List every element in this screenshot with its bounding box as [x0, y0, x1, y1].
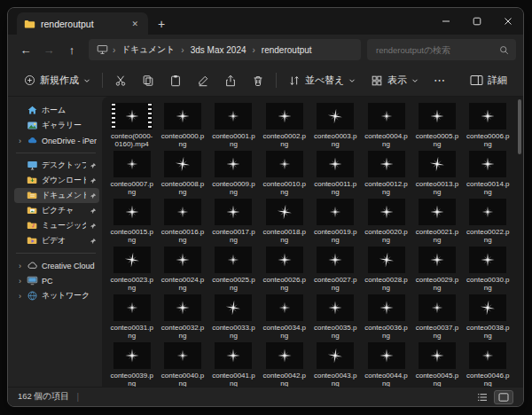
- file-item[interactable]: conteo0020.png: [362, 199, 411, 238]
- details-pane-button[interactable]: 詳細: [466, 72, 511, 90]
- chevron-right-icon[interactable]: ›: [17, 277, 23, 286]
- file-item[interactable]: conteo0031.png: [107, 294, 156, 333]
- file-item[interactable]: conteo0025.png: [209, 247, 258, 286]
- close-button[interactable]: [492, 8, 523, 34]
- file-item[interactable]: conteo(0000-0160).mp4: [107, 103, 156, 142]
- cut-button[interactable]: [111, 72, 130, 90]
- maximize-button[interactable]: [461, 8, 492, 34]
- file-item[interactable]: conteo0041.png: [209, 342, 258, 381]
- file-item[interactable]: conteo0024.png: [158, 247, 207, 286]
- file-item[interactable]: conteo0036.png: [362, 294, 411, 333]
- file-item[interactable]: conteo0012.png: [362, 151, 411, 190]
- file-item[interactable]: conteo0014.png: [464, 151, 512, 190]
- file-item[interactable]: conteo0017.png: [209, 199, 258, 238]
- sidebar-item-pc[interactable]: › PC: [14, 273, 99, 288]
- file-item[interactable]: conteo0000.png: [158, 103, 207, 142]
- file-item[interactable]: conteo0023.png: [107, 247, 156, 286]
- navigation-bar: ← → ↑ › ドキュメント › 3ds Max 2024 › renderou…: [8, 35, 523, 65]
- file-item[interactable]: conteo0043.png: [311, 342, 360, 381]
- sidebar-item-music[interactable]: › ミュージック: [14, 218, 99, 233]
- new-button[interactable]: 新規作成: [20, 72, 94, 90]
- pin-icon: [90, 177, 97, 184]
- file-item[interactable]: conteo0046.png: [464, 342, 512, 381]
- file-item[interactable]: conteo0029.png: [412, 247, 461, 286]
- more-button[interactable]: ⋯: [430, 71, 450, 90]
- file-item[interactable]: conteo0022.png: [464, 199, 512, 238]
- file-item[interactable]: conteo0040.png: [158, 342, 207, 381]
- file-item[interactable]: conteo0019.png: [311, 199, 360, 238]
- chevron-right-icon[interactable]: ›: [17, 292, 23, 301]
- minimize-button[interactable]: [430, 8, 461, 34]
- file-item[interactable]: conteo0002.png: [260, 103, 309, 142]
- search-input[interactable]: [374, 44, 495, 56]
- file-item[interactable]: conteo0018.png: [260, 199, 309, 238]
- file-item[interactable]: conteo0042.png: [260, 342, 309, 381]
- back-button[interactable]: ←: [15, 39, 36, 60]
- file-item[interactable]: conteo0045.png: [412, 342, 461, 381]
- share-button[interactable]: [221, 72, 240, 90]
- file-item[interactable]: conteo0027.png: [311, 247, 360, 286]
- view-button[interactable]: 表示: [367, 72, 422, 90]
- file-item[interactable]: conteo0006.png: [464, 103, 512, 142]
- forward-button[interactable]: →: [38, 39, 59, 60]
- large-icons-view-icon[interactable]: [494, 390, 513, 404]
- file-item[interactable]: conteo0028.png: [362, 247, 411, 286]
- sidebar-item-network[interactable]: › ネットワーク: [14, 288, 99, 303]
- file-item[interactable]: conteo0011.png: [311, 151, 360, 190]
- file-item[interactable]: conteo0013.png: [412, 151, 461, 190]
- file-item[interactable]: conteo0035.png: [311, 294, 360, 333]
- breadcrumb-renderoutput[interactable]: renderoutput: [260, 44, 314, 56]
- file-item[interactable]: conteo0001.png: [209, 103, 258, 142]
- copy-button[interactable]: [138, 72, 158, 90]
- sidebar-item-videos[interactable]: › ビデオ: [14, 233, 99, 248]
- file-item[interactable]: conteo0021.png: [412, 199, 461, 238]
- file-item[interactable]: conteo0007.png: [107, 151, 156, 190]
- sidebar-item-home[interactable]: › ホーム: [14, 103, 99, 118]
- details-view-icon[interactable]: [473, 391, 491, 403]
- file-item[interactable]: conteo0005.png: [412, 103, 461, 142]
- new-tab-button[interactable]: +: [148, 12, 175, 35]
- sidebar-item-cloud[interactable]: › Creative Cloud Files: [14, 258, 99, 273]
- file-item[interactable]: conteo0009.png: [209, 151, 258, 190]
- chevron-right-icon[interactable]: ›: [17, 262, 23, 270]
- tab-renderoutput[interactable]: renderoutput ✕: [17, 12, 148, 35]
- file-item[interactable]: conteo0039.png: [107, 342, 156, 381]
- sidebar-item-desktop[interactable]: › デスクトップ: [14, 158, 99, 173]
- file-item[interactable]: conteo0016.png: [158, 199, 207, 238]
- file-item[interactable]: conteo0032.png: [158, 294, 207, 333]
- file-item[interactable]: conteo0038.png: [464, 294, 512, 333]
- breadcrumb-documents[interactable]: ドキュメント: [120, 43, 176, 57]
- sidebar-item-pictures[interactable]: › ピクチャ: [14, 203, 99, 218]
- chevron-right-icon[interactable]: ›: [17, 137, 23, 145]
- file-item[interactable]: conteo0033.png: [209, 294, 258, 333]
- file-item[interactable]: conteo0034.png: [260, 294, 309, 333]
- file-item[interactable]: conteo0026.png: [260, 247, 309, 286]
- delete-button[interactable]: [248, 72, 268, 90]
- tab-close-icon[interactable]: ✕: [129, 19, 141, 29]
- sidebar-item-downloads[interactable]: › ダウンロード: [14, 173, 99, 188]
- file-item[interactable]: conteo0004.png: [362, 103, 411, 142]
- sort-button[interactable]: 並べ替え: [285, 72, 359, 90]
- sidebar-item-gallery[interactable]: › ギャラリー: [14, 118, 99, 133]
- rename-button[interactable]: [193, 72, 213, 90]
- sidebar-item-documents[interactable]: › ドキュメント: [14, 188, 99, 203]
- sidebar-item-onedrive[interactable]: › OneDrive - iPentec: [14, 133, 99, 148]
- file-item[interactable]: conteo0008.png: [158, 151, 207, 190]
- file-item[interactable]: conteo0003.png: [311, 103, 360, 142]
- paste-button[interactable]: [166, 72, 185, 90]
- vertical-scrollbar[interactable]: [516, 97, 523, 387]
- up-button[interactable]: ↑: [61, 39, 82, 60]
- file-item[interactable]: conteo0044.png: [362, 342, 411, 381]
- chevron-down-icon: [411, 77, 419, 84]
- breadcrumb-3ds-max-2024[interactable]: 3ds Max 2024: [189, 44, 248, 56]
- search-box[interactable]: [367, 39, 516, 60]
- scrollbar-thumb[interactable]: [518, 99, 521, 154]
- file-item[interactable]: conteo0030.png: [464, 247, 512, 286]
- this-pc-icon: [97, 44, 108, 55]
- chevron-down-icon: [348, 77, 356, 84]
- file-item[interactable]: conteo0015.png: [107, 199, 156, 238]
- pin-icon: [90, 192, 97, 200]
- breadcrumb[interactable]: › ドキュメント › 3ds Max 2024 › renderoutput: [89, 39, 361, 60]
- file-item[interactable]: conteo0037.png: [412, 294, 461, 333]
- file-item[interactable]: conteo0010.png: [260, 151, 309, 190]
